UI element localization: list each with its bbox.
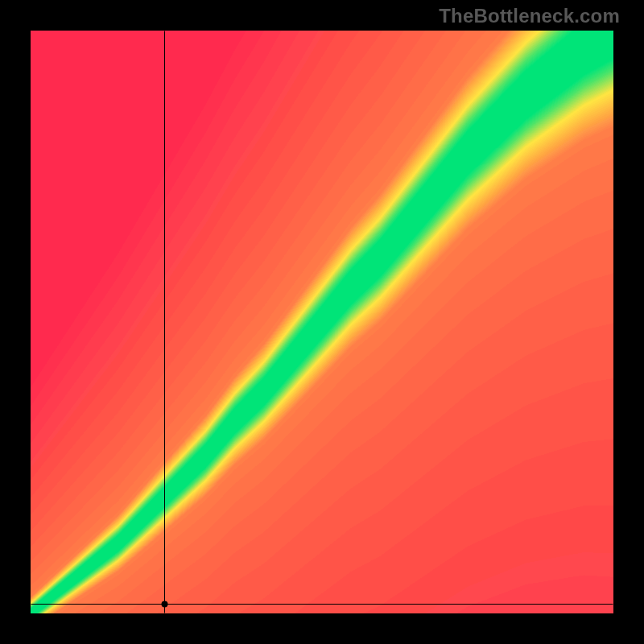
plot-area [31, 31, 613, 613]
axis-overlay-canvas [31, 31, 613, 613]
watermark-text: TheBottleneck.com [439, 5, 620, 27]
chart-frame: TheBottleneck.com [0, 0, 644, 644]
